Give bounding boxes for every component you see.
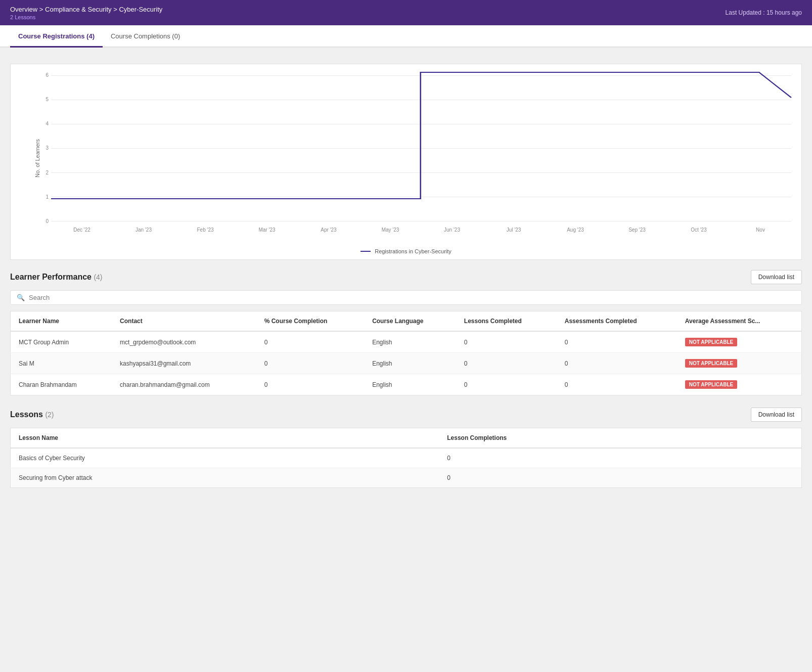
lessons-section: Lessons (2) Download list Lesson Name Le… (10, 408, 802, 488)
col-assessments-completed: Assessments Completed (557, 311, 677, 332)
breadcrumb-cybersecurity: Cyber-Security (119, 6, 162, 13)
lessons-table-header-row: Lesson Name Lesson Completions (11, 428, 802, 449)
learner-performance-header: Learner Performance (4) Download list (10, 270, 802, 284)
x-label-apr23: Apr '23 (298, 227, 359, 233)
breadcrumb-area: Overview > Compliance & Security > Cyber… (10, 6, 162, 20)
cell-assessments-0: 0 (557, 331, 677, 353)
learner-performance-title-text: Learner Performance (10, 273, 92, 281)
cell-avg-score-2: NOT APPLICABLE (677, 374, 802, 395)
cell-lessons-2: 0 (456, 374, 557, 395)
table-row: MCT Group Admin mct_grpdemo@outlook.com … (11, 331, 802, 353)
cell-learner-name-2: Charan Brahmandam (11, 374, 112, 395)
x-label-nov: Nov (730, 227, 791, 233)
not-applicable-badge-0: NOT APPLICABLE (685, 338, 737, 346)
search-icon: 🔍 (17, 294, 25, 301)
breadcrumb-separator-2: > (113, 6, 119, 13)
x-label-feb23: Feb '23 (174, 227, 236, 233)
grid-label-6: 6 (36, 72, 49, 78)
col-lessons-completed: Lessons Completed (456, 311, 557, 332)
cell-contact-2: charan.brahmandam@gmail.com (112, 374, 256, 395)
learner-table-body: MCT Group Admin mct_grpdemo@outlook.com … (11, 331, 802, 395)
cell-lesson-name-0: Basics of Cyber Security (11, 448, 439, 468)
learner-download-button[interactable]: Download list (751, 270, 802, 284)
cell-assessments-2: 0 (557, 374, 677, 395)
cell-learner-name-0: MCT Group Admin (11, 331, 112, 353)
lessons-download-button[interactable]: Download list (751, 408, 802, 422)
grid-label-0: 0 (36, 218, 49, 224)
legend-line-icon (360, 251, 371, 252)
lessons-count: 2 Lessons (10, 14, 162, 20)
cell-completion-0: 0 (256, 331, 364, 353)
cell-language-1: English (364, 353, 456, 374)
x-label-jan23: Jan '23 (113, 227, 174, 233)
tab-course-registrations[interactable]: Course Registrations (4) (10, 25, 103, 48)
x-label-aug23: Aug '23 (545, 227, 606, 233)
table-row: Sai M kashyapsai31@gmail.com 0 English 0… (11, 353, 802, 374)
learner-table: Learner Name Contact % Course Completion… (10, 311, 802, 395)
tabs-container: Course Registrations (4) Course Completi… (0, 25, 812, 48)
learner-performance-title: Learner Performance (4) (10, 273, 103, 282)
chart-svg (51, 72, 791, 224)
breadcrumb-separator-1: > (39, 6, 45, 13)
lessons-count-badge: (2) (45, 411, 54, 419)
x-label-sep23: Sep '23 (606, 227, 668, 233)
col-completion: % Course Completion (256, 311, 364, 332)
lessons-table-header: Lesson Name Lesson Completions (11, 428, 802, 449)
tab-course-completions[interactable]: Course Completions (0) (103, 25, 188, 48)
breadcrumb-overview[interactable]: Overview (10, 6, 37, 13)
lessons-table: Lesson Name Lesson Completions Basics of… (10, 428, 802, 488)
col-avg-score: Average Assessment Sc... (677, 311, 802, 332)
last-updated: Last Updated : 15 hours ago (726, 9, 802, 16)
chart-legend: Registrations in Cyber-Security (16, 248, 796, 254)
cell-completion-1: 0 (256, 353, 364, 374)
lessons-header: Lessons (2) Download list (10, 408, 802, 422)
not-applicable-badge-1: NOT APPLICABLE (685, 359, 737, 368)
x-label-mar23: Mar '23 (236, 227, 298, 233)
learner-table-header-row: Learner Name Contact % Course Completion… (11, 311, 802, 332)
learner-table-header: Learner Name Contact % Course Completion… (11, 311, 802, 332)
search-container: 🔍 (10, 290, 802, 305)
lessons-table-body: Basics of Cyber Security 0 Securing from… (11, 448, 802, 488)
tabs-area: Course Registrations (4) Course Completi… (0, 25, 812, 48)
cell-contact-1: kashyapsai31@gmail.com (112, 353, 256, 374)
x-label-may23: May '23 (359, 227, 421, 233)
lessons-title: Lessons (2) (10, 410, 54, 419)
cell-language-2: English (364, 374, 456, 395)
x-label-jun23: Jun '23 (421, 227, 483, 233)
cell-completion-2: 0 (256, 374, 364, 395)
list-item: Securing from Cyber attack 0 (11, 468, 802, 488)
legend-label: Registrations in Cyber-Security (375, 248, 452, 254)
breadcrumb: Overview > Compliance & Security > Cyber… (10, 6, 162, 13)
cell-assessments-1: 0 (557, 353, 677, 374)
lessons-title-text: Lessons (10, 410, 43, 419)
x-label-oct23: Oct '23 (668, 227, 730, 233)
breadcrumb-compliance[interactable]: Compliance & Security (45, 6, 112, 13)
chart-container: No. of Learners 6 5 4 3 2 (10, 64, 802, 260)
grid-label-2: 2 (36, 170, 49, 175)
col-lesson-completions: Lesson Completions (439, 428, 801, 449)
chart-polyline (51, 72, 791, 199)
cell-learner-name-1: Sai M (11, 353, 112, 374)
not-applicable-badge-2: NOT APPLICABLE (685, 380, 737, 389)
cell-avg-score-0: NOT APPLICABLE (677, 331, 802, 353)
top-header: Overview > Compliance & Security > Cyber… (0, 0, 812, 25)
grid-label-4: 4 (36, 121, 49, 126)
learner-performance-count: (4) (94, 273, 102, 281)
cell-lesson-name-1: Securing from Cyber attack (11, 468, 439, 488)
col-learner-name: Learner Name (11, 311, 112, 332)
col-lesson-name: Lesson Name (11, 428, 439, 449)
cell-avg-score-1: NOT APPLICABLE (677, 353, 802, 374)
cell-language-0: English (364, 331, 456, 353)
grid-label-1: 1 (36, 194, 49, 200)
grid-label-3: 3 (36, 145, 49, 151)
grid-label-5: 5 (36, 97, 49, 102)
cell-contact-0: mct_grpdemo@outlook.com (112, 331, 256, 353)
x-label-jul23: Jul '23 (483, 227, 545, 233)
list-item: Basics of Cyber Security 0 (11, 448, 802, 468)
search-input[interactable] (29, 294, 795, 301)
main-content: No. of Learners 6 5 4 3 2 (0, 56, 812, 496)
chart-wrap: No. of Learners 6 5 4 3 2 (36, 72, 791, 244)
col-contact: Contact (112, 311, 256, 332)
cell-lessons-0: 0 (456, 331, 557, 353)
cell-lessons-1: 0 (456, 353, 557, 374)
